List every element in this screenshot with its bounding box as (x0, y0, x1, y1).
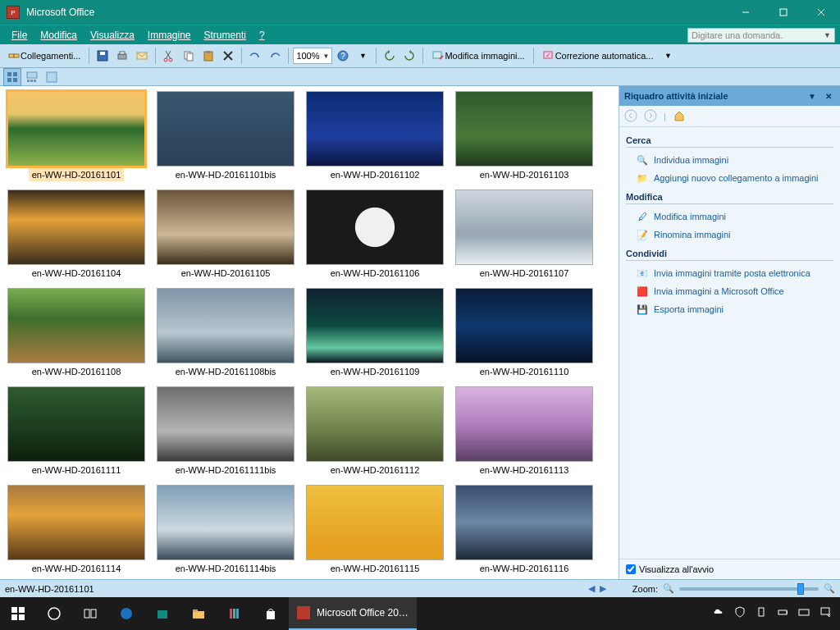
thumbnail-image (157, 91, 294, 167)
thumbnail[interactable]: en-WW-HD-20161110 (454, 288, 594, 378)
show-startup-checkbox[interactable] (626, 564, 636, 574)
minimize-button[interactable] (727, 0, 765, 25)
thumbnail-image (455, 386, 593, 462)
tray-security-icon[interactable] (733, 605, 746, 622)
edge-button[interactable] (108, 597, 144, 630)
zoom-in-button[interactable]: 🔍 (824, 583, 835, 594)
thumbnail-image (7, 485, 145, 560)
zoom-slider[interactable] (679, 587, 819, 591)
link-export-images[interactable]: 💾Esporta immagini (626, 300, 833, 318)
tray-keyboard-icon[interactable] (797, 605, 810, 622)
close-button[interactable] (802, 0, 840, 25)
copy-button[interactable] (180, 47, 198, 65)
svg-rect-38 (84, 609, 89, 618)
cortana-button[interactable] (36, 597, 72, 630)
store-button-3[interactable] (253, 597, 289, 630)
zoom-combo[interactable]: 100%▼ (293, 48, 332, 64)
thumbnail[interactable]: en-WW-HD-20161106 (305, 189, 445, 280)
thumbnail[interactable]: en-WW-HD-20161112 (305, 386, 445, 477)
help-button[interactable]: ? (334, 47, 352, 65)
thumbnail[interactable]: en-WW-HD-20161116 (454, 485, 594, 575)
mail-button[interactable] (133, 47, 151, 65)
thumbnail-image (7, 288, 145, 363)
thumbnail[interactable]: en-WW-HD-20161115 (305, 485, 445, 575)
thumbnail[interactable]: en-WW-HD-20161114bis (156, 485, 295, 575)
thumbnail-caption: en-WW-HD-20161113 (477, 463, 573, 477)
thumbnail[interactable]: en-WW-HD-20161111 (7, 386, 146, 477)
thumbnail[interactable]: en-WW-HD-20161108 (7, 288, 146, 378)
tray-usb-icon[interactable] (755, 605, 768, 622)
zoom-slider-knob[interactable] (797, 583, 804, 595)
next-image-button[interactable]: ▶ (600, 583, 606, 594)
thumbnail[interactable]: en-WW-HD-20161114 (7, 485, 146, 575)
autocorrect-button[interactable]: ✓ Correzione automatica... (538, 47, 658, 65)
nav-home-button[interactable] (673, 109, 686, 124)
zoom-out-button[interactable]: 🔍 (663, 583, 674, 594)
paste-button[interactable] (199, 47, 217, 65)
explorer-button[interactable] (180, 597, 217, 630)
store-button-2[interactable] (217, 597, 253, 630)
link-rename-images[interactable]: 📝Rinomina immagini (626, 226, 833, 244)
save-button[interactable] (94, 47, 112, 65)
start-button[interactable] (0, 597, 36, 630)
thumbnail[interactable]: en-WW-HD-20161113 (454, 386, 594, 477)
menu-file[interactable]: File (5, 25, 34, 44)
store-button-1[interactable] (144, 597, 180, 630)
link-edit-images[interactable]: 🖊Modifica immagini (626, 208, 833, 226)
thumbnail-image (7, 189, 145, 265)
thumbnail[interactable]: en-WW-HD-20161109 (305, 288, 445, 378)
delete-button[interactable] (219, 47, 237, 65)
tray-notifications-icon[interactable] (819, 605, 832, 622)
rotate-right-button[interactable] (400, 47, 418, 65)
question-box[interactable]: Digitare una domanda. ▼ (687, 28, 835, 43)
nav-back-button[interactable] (624, 109, 637, 124)
task-pane-menu-button[interactable]: ▼ (806, 89, 819, 103)
task-view-button[interactable] (72, 597, 108, 630)
search-image-icon: 🔍 (636, 153, 649, 167)
rotate-left-button[interactable] (381, 47, 399, 65)
maximize-button[interactable] (765, 0, 802, 25)
shortcuts-button[interactable]: Collegamenti... (3, 47, 84, 65)
tray-onedrive-icon[interactable] (712, 605, 725, 622)
link-add-shortcut[interactable]: 📁Aggiungi nuovo collegamento a immagini (626, 169, 833, 187)
cut-button[interactable] (160, 47, 178, 65)
menu-visualizza[interactable]: Visualizza (84, 25, 141, 44)
svg-rect-45 (233, 609, 235, 619)
view-single-button[interactable] (43, 68, 61, 86)
help-icon: ? (336, 49, 349, 62)
toolbar-options-button[interactable]: ▼ (354, 47, 372, 65)
menu-immagine[interactable]: Immagine (141, 25, 198, 44)
thumbnail[interactable]: en-WW-HD-20161111bis (156, 386, 295, 477)
view-thumbnails-button[interactable] (3, 68, 21, 86)
thumbnail[interactable]: en-WW-HD-20161104 (7, 189, 146, 280)
toolbar-options-button-2[interactable]: ▼ (659, 47, 677, 65)
thumbnail[interactable]: en-WW-HD-20161102 (305, 91, 445, 181)
link-find-images[interactable]: 🔍Individua immagini (626, 151, 833, 169)
link-send-office[interactable]: 🟥Invia immagini a Microsoft Office (626, 282, 833, 300)
thumbnail[interactable]: en-WW-HD-20161101 (7, 91, 146, 181)
thumbnail-image (306, 189, 444, 265)
taskbar-app-active[interactable]: Microsoft Office 20… (289, 597, 417, 630)
undo-button[interactable] (246, 47, 264, 65)
thumbnail[interactable]: en-WW-HD-20161101bis (156, 91, 295, 181)
redo-button[interactable] (266, 47, 284, 65)
thumbnail[interactable]: en-WW-HD-20161108bis (156, 288, 295, 378)
print-button[interactable] (113, 47, 131, 65)
nav-forward-button[interactable] (644, 109, 657, 124)
tray-power-icon[interactable] (776, 605, 789, 622)
link-send-email[interactable]: 📧Invia immagini tramite posta elettronic… (626, 264, 833, 282)
thumbnail[interactable]: en-WW-HD-20161107 (454, 189, 594, 280)
task-pane-close-button[interactable]: ✕ (822, 89, 835, 103)
svg-rect-1 (780, 9, 787, 16)
cut-icon (162, 49, 176, 62)
prev-image-button[interactable]: ◀ (588, 583, 595, 594)
edit-images-button[interactable]: Modifica immagini... (427, 47, 528, 65)
thumbnail-image (455, 189, 593, 265)
gallery[interactable]: en-WW-HD-20161101en-WW-HD-20161101bisen-… (0, 86, 619, 579)
menu-strumenti[interactable]: Strumenti (198, 25, 253, 44)
menu-help[interactable]: ? (253, 25, 272, 44)
view-filmstrip-button[interactable] (23, 68, 41, 86)
thumbnail[interactable]: en-WW-HD-20161105 (156, 189, 295, 280)
menu-modifica[interactable]: Modifica (34, 25, 84, 44)
thumbnail[interactable]: en-WW-HD-20161103 (454, 91, 594, 181)
